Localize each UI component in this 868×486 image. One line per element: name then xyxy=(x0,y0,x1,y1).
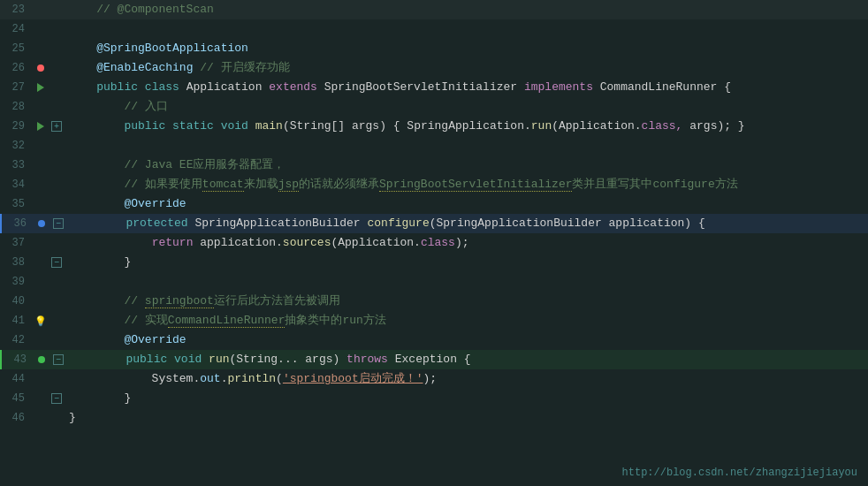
line-content-35: @Override xyxy=(65,194,868,214)
line-content-37: return application.sources(Application.c… xyxy=(65,233,868,253)
debug-dot-43 xyxy=(38,356,45,363)
line-content-26: @EnableCaching // 开启缓存功能 xyxy=(65,58,868,78)
gutter-27 xyxy=(34,83,48,92)
line-content-23: // @ComponentScan xyxy=(65,0,868,19)
line-number-46: 46 xyxy=(0,412,34,424)
line-number-44: 44 xyxy=(0,373,34,385)
breakpoint-icon-26 xyxy=(37,65,44,72)
fold-45: − xyxy=(48,393,65,404)
code-line-38: 38 − } xyxy=(0,253,868,272)
line-number-33: 33 xyxy=(0,159,34,171)
code-line-28: 28 // 入口 xyxy=(0,97,868,117)
url-watermark: http://blog.csdn.net/zhangzijiejiayou xyxy=(622,466,857,479)
line-content-43: public void run(String... args) throws E… xyxy=(67,350,868,369)
gutter-41: 💡 xyxy=(34,315,48,327)
line-number-29: 29 xyxy=(0,120,34,133)
code-line-46: 46 } xyxy=(0,408,868,428)
code-line-44: 44 System.out.println('springboot启动完成！')… xyxy=(0,369,868,389)
code-line-41: 41 💡 // 实现CommandLineRunner抽象类中的run方法 xyxy=(0,311,868,330)
code-line-29: 29 + public static void main(String[] ar… xyxy=(0,117,868,136)
line-number-28: 28 xyxy=(0,101,34,113)
collapse-arrow-29[interactable] xyxy=(37,122,44,131)
line-number-32: 32 xyxy=(0,140,34,152)
line-content-46: } xyxy=(65,408,868,428)
line-number-45: 45 xyxy=(0,392,34,405)
gutter-26 xyxy=(34,65,48,72)
line-content-36: protected SpringApplicationBuilder confi… xyxy=(67,214,868,233)
code-line-40: 40 // springboot运行后此方法首先被调用 xyxy=(0,292,868,311)
code-line-25: 25 @SpringBootApplication xyxy=(0,39,868,58)
code-line-24: 24 xyxy=(0,19,868,39)
line-number-43: 43 xyxy=(2,353,35,366)
line-number-36: 36 xyxy=(2,217,35,230)
code-line-23: 23 // @ComponentScan xyxy=(0,0,868,19)
fold-icon-38[interactable]: − xyxy=(51,257,62,268)
fold-icon-29[interactable]: + xyxy=(51,121,62,132)
line-content-27: public class Application extends SpringB… xyxy=(65,78,868,97)
line-number-37: 37 xyxy=(0,237,34,249)
code-line-36: 36 − protected SpringApplicationBuilder … xyxy=(0,214,868,233)
line-content-44: System.out.println('springboot启动完成！'); xyxy=(65,369,868,389)
collapse-arrow-27[interactable] xyxy=(37,83,44,92)
code-line-43: 43 − public void run(String... args) thr… xyxy=(0,350,868,369)
line-number-38: 38 xyxy=(0,256,34,269)
code-line-33: 33 // Java EE应用服务器配置， xyxy=(0,156,868,175)
line-content-33: // Java EE应用服务器配置， xyxy=(65,156,868,175)
line-content-40: // springboot运行后此方法首先被调用 xyxy=(65,292,868,311)
debug-dot-36 xyxy=(38,220,45,227)
line-number-41: 41 xyxy=(0,315,34,327)
code-editor: 23 // @ComponentScan 24 25 @SpringBootAp… xyxy=(0,0,868,486)
line-number-35: 35 xyxy=(0,198,34,210)
line-number-25: 25 xyxy=(0,42,34,55)
fold-43: − xyxy=(49,354,67,365)
code-line-45: 45 − } xyxy=(0,389,868,408)
line-content-38: } xyxy=(65,253,868,272)
code-line-35: 35 @Override xyxy=(0,194,868,214)
line-number-24: 24 xyxy=(0,23,34,35)
line-number-23: 23 xyxy=(0,4,34,16)
code-line-26: 26 @EnableCaching // 开启缓存功能 xyxy=(0,58,868,78)
fold-icon-45[interactable]: − xyxy=(51,393,62,404)
fold-icon-36[interactable]: − xyxy=(53,218,64,229)
code-line-27: 27 public class Application extends Spri… xyxy=(0,78,868,97)
line-number-27: 27 xyxy=(0,81,34,94)
bulb-icon-41: 💡 xyxy=(34,315,47,327)
code-line-39: 39 xyxy=(0,272,868,292)
fold-36: − xyxy=(49,218,67,229)
line-content-34: // 如果要使用tomcat来加载jsp的话就必须继承SpringBootSer… xyxy=(65,175,868,194)
code-line-37: 37 return application.sources(Applicatio… xyxy=(0,233,868,253)
fold-icon-43[interactable]: − xyxy=(53,354,64,365)
fold-38: − xyxy=(48,257,65,268)
line-content-29: public static void main(String[] args) {… xyxy=(65,117,868,136)
line-number-26: 26 xyxy=(0,62,34,74)
gutter-29 xyxy=(34,122,48,131)
code-line-34: 34 // 如果要使用tomcat来加载jsp的话就必须继承SpringBoot… xyxy=(0,175,868,194)
line-content-45: } xyxy=(65,389,868,408)
line-number-39: 39 xyxy=(0,276,34,288)
line-content-41: // 实现CommandLineRunner抽象类中的run方法 xyxy=(65,311,868,330)
blog-url: http://blog.csdn.net/zhangzijiejiayou xyxy=(622,467,857,479)
line-content-25: @SpringBootApplication xyxy=(65,39,868,58)
code-line-42: 42 @Override xyxy=(0,330,868,350)
line-number-34: 34 xyxy=(0,178,34,191)
line-number-42: 42 xyxy=(0,334,34,346)
line-content-28: // 入口 xyxy=(65,97,868,117)
gutter-36 xyxy=(35,220,49,227)
line-content-42: @Override xyxy=(65,330,868,350)
fold-gutter-29: + xyxy=(48,121,65,132)
code-line-32: 32 xyxy=(0,136,868,156)
line-number-40: 40 xyxy=(0,295,34,308)
gutter-43 xyxy=(35,356,49,363)
